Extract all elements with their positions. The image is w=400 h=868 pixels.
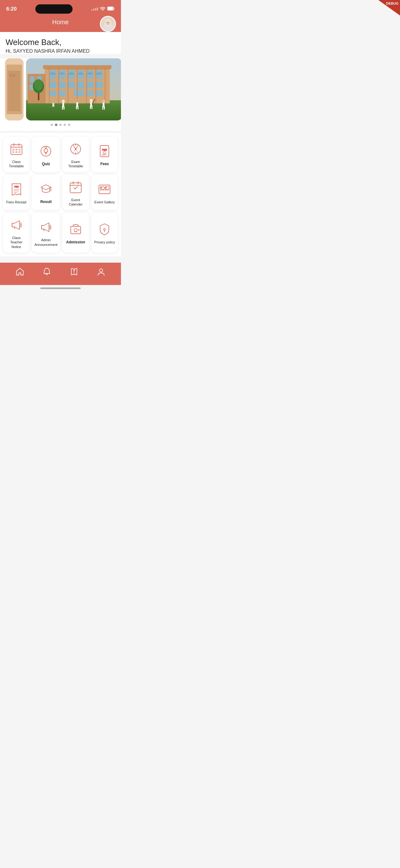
person-nav-icon bbox=[96, 267, 106, 276]
svg-point-65 bbox=[102, 100, 105, 103]
book-nav-icon bbox=[69, 267, 79, 276]
bottom-nav bbox=[0, 262, 121, 285]
menu-label-fees: Fees bbox=[100, 162, 109, 167]
svg-point-52 bbox=[62, 100, 65, 103]
carousel-dots bbox=[0, 124, 121, 126]
svg-rect-62 bbox=[90, 106, 91, 109]
quiz-icon bbox=[38, 144, 53, 159]
dot-5 bbox=[68, 124, 70, 126]
status-time: 6:20 bbox=[6, 6, 17, 12]
svg-rect-27 bbox=[59, 81, 65, 88]
svg-point-69 bbox=[52, 101, 55, 103]
status-bar: 6:20 bbox=[0, 0, 121, 16]
svg-rect-13 bbox=[13, 74, 15, 77]
app-header: Home bbox=[0, 16, 121, 32]
svg-rect-31 bbox=[96, 81, 103, 88]
gallery-icon bbox=[97, 182, 112, 197]
nav-home[interactable] bbox=[15, 267, 25, 276]
svg-rect-63 bbox=[92, 106, 92, 109]
event-cal-icon bbox=[68, 180, 83, 195]
dot-1 bbox=[51, 124, 53, 126]
avatar[interactable] bbox=[100, 16, 116, 32]
menu-item-result[interactable]: Result bbox=[32, 175, 60, 211]
svg-rect-53 bbox=[62, 103, 64, 107]
compass-icon bbox=[68, 142, 83, 156]
menu-label-class-teacher-notice: Class Teacher Notice bbox=[6, 236, 27, 249]
svg-rect-32 bbox=[49, 91, 56, 96]
menu-item-exam-timetable[interactable]: Exam Timetable bbox=[62, 136, 89, 172]
user-name: Hi, SAYYED NASHRA IRFAN AHMED bbox=[6, 49, 115, 54]
svg-rect-72 bbox=[13, 149, 14, 150]
nav-profile[interactable] bbox=[96, 267, 106, 276]
menu-label-result: Result bbox=[40, 199, 52, 205]
header-title: Home bbox=[52, 19, 69, 26]
svg-rect-66 bbox=[103, 103, 104, 107]
menu-item-event-gallery[interactable]: Event Gallery bbox=[92, 175, 118, 211]
banner-main-card bbox=[26, 58, 121, 120]
dot-3 bbox=[59, 124, 62, 126]
nav-bell[interactable] bbox=[42, 267, 52, 276]
menu-item-quiz[interactable]: Quiz bbox=[32, 136, 60, 172]
svg-rect-28 bbox=[68, 81, 75, 88]
menu-item-admission[interactable]: Admission bbox=[62, 213, 89, 253]
svg-rect-59 bbox=[77, 106, 78, 109]
home-indicator bbox=[40, 287, 80, 289]
menu-item-class-timetable[interactable]: Class Timetable bbox=[3, 136, 29, 172]
menu-grid: Class Timetable Quiz Exam Timetable FEE … bbox=[3, 136, 118, 253]
svg-text:FEE: FEE bbox=[102, 148, 107, 151]
calendar-icon bbox=[9, 142, 24, 156]
svg-rect-30 bbox=[87, 81, 93, 88]
menu-label-class-timetable: Class Timetable bbox=[6, 160, 27, 168]
svg-point-51 bbox=[34, 79, 43, 90]
menu-label-event-calender: Event Calender bbox=[65, 198, 86, 207]
menu-grid-section: Class Timetable Quiz Exam Timetable FEE … bbox=[0, 133, 121, 256]
svg-rect-107 bbox=[71, 226, 80, 234]
menu-item-privacy-policy[interactable]: Privacy policy bbox=[92, 213, 118, 253]
menu-item-class-teacher-notice[interactable]: Class Teacher Notice bbox=[3, 213, 29, 253]
svg-rect-73 bbox=[16, 149, 17, 150]
menu-item-fees[interactable]: FEE Fees bbox=[92, 136, 118, 172]
svg-point-113 bbox=[100, 269, 103, 272]
svg-point-109 bbox=[104, 228, 105, 230]
svg-point-86 bbox=[75, 148, 76, 150]
svg-rect-54 bbox=[62, 106, 63, 110]
svg-point-0 bbox=[102, 10, 103, 11]
svg-point-81 bbox=[44, 149, 48, 152]
svg-rect-26 bbox=[49, 81, 56, 88]
svg-point-56 bbox=[76, 99, 79, 102]
svg-point-102 bbox=[101, 187, 102, 188]
svg-rect-70 bbox=[53, 103, 54, 107]
menu-label-admin-announcement: Admin Announcement bbox=[34, 238, 57, 247]
admission-icon bbox=[68, 222, 83, 237]
graduation-icon bbox=[38, 182, 53, 196]
svg-rect-42 bbox=[95, 68, 96, 103]
menu-label-fees-receipt: Fees Receipt bbox=[6, 200, 26, 204]
nav-book[interactable] bbox=[69, 267, 79, 276]
menu-label-event-gallery: Event Gallery bbox=[94, 200, 115, 204]
shield-icon bbox=[97, 222, 112, 237]
dynamic-island bbox=[35, 4, 72, 14]
svg-rect-74 bbox=[19, 149, 20, 150]
svg-point-108 bbox=[74, 228, 77, 231]
svg-rect-2 bbox=[108, 7, 113, 10]
svg-rect-77 bbox=[19, 152, 20, 153]
menu-item-admin-announcement[interactable]: Admin Announcement bbox=[32, 213, 60, 253]
svg-point-60 bbox=[90, 99, 93, 102]
svg-rect-57 bbox=[76, 102, 78, 107]
megaphone-icon bbox=[9, 218, 24, 232]
banner-carousel[interactable] bbox=[0, 58, 121, 131]
svg-rect-12 bbox=[10, 74, 12, 77]
welcome-greeting: Welcome Back, bbox=[6, 37, 115, 47]
menu-item-fees-receipt[interactable]: FEE Fees Receipt bbox=[3, 175, 29, 211]
svg-point-89 bbox=[103, 151, 106, 154]
menu-label-exam-timetable: Exam Timetable bbox=[65, 160, 86, 168]
svg-rect-58 bbox=[76, 106, 77, 109]
welcome-section: Welcome Back, Hi, SAYYED NASHRA IRFAN AH… bbox=[0, 32, 121, 54]
battery-icon bbox=[107, 6, 115, 11]
menu-item-event-calender[interactable]: Event Calender bbox=[62, 175, 89, 211]
svg-rect-97 bbox=[70, 183, 81, 193]
svg-rect-67 bbox=[102, 106, 103, 110]
svg-rect-68 bbox=[104, 106, 105, 110]
svg-point-82 bbox=[45, 153, 46, 154]
svg-rect-43 bbox=[104, 68, 106, 103]
